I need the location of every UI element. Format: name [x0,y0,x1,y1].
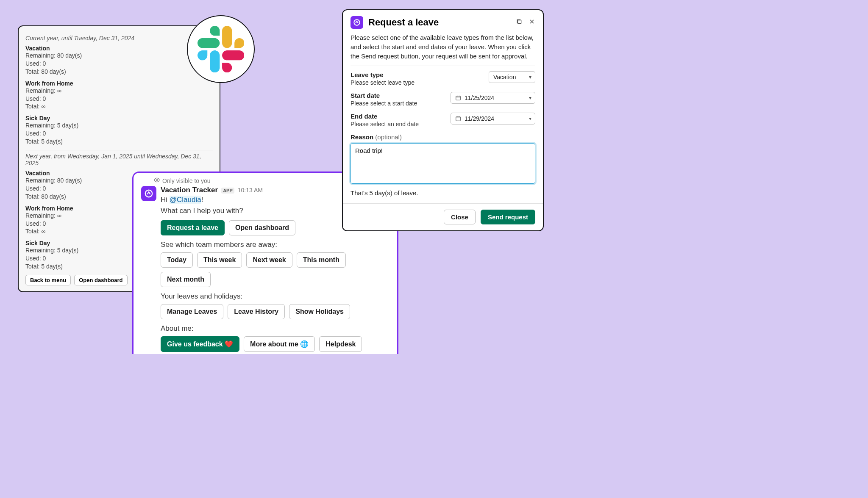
leave-type-name: Work from Home [25,80,213,87]
open-dashboard-button[interactable]: Open dashboard [74,275,127,285]
stat-total: Total: ∞ [25,102,213,111]
leave-type-name: Sick Day [25,115,213,122]
reason-label: Reason [351,133,373,141]
divider [25,150,213,150]
leave-type-hint: Please select leave type [351,79,480,86]
stat-remaining: Remaining: 80 day(s) [25,52,213,60]
next-period-label: Next year, from Wednesday, Jan 1, 2025 u… [25,153,213,166]
bot-name: Vacation Tracker [161,186,218,194]
eye-icon [154,177,160,184]
back-to-menu-button[interactable]: Back to menu [25,275,71,285]
app-badge: APP [221,188,234,194]
slack-logo-icon [187,15,255,83]
stat-total: Total: 80 day(s) [25,68,213,76]
leave-type-block: Work from Home Remaining: ∞ Used: 0 Tota… [25,80,213,111]
reason-textarea[interactable] [351,143,535,184]
calendar-icon [455,95,461,101]
leave-type-block: Vacation Remaining: 80 day(s) Used: 0 To… [25,45,213,76]
start-date-picker[interactable]: 11/25/2024 [451,92,535,104]
end-date-label: End date [351,113,442,120]
days-summary: That's 5 day(s) of leave. [351,189,535,196]
stat-remaining: Remaining: 5 day(s) [25,122,213,130]
stat-used: Used: 0 [25,95,213,103]
end-date-hint: Please select an end date [351,121,442,127]
leave-history-button[interactable]: Leave History [228,304,285,319]
next-month-button[interactable]: Next month [161,272,211,287]
start-date-label: Start date [351,92,442,99]
manage-leaves-button[interactable]: Manage Leaves [161,304,223,319]
request-leave-modal: Request a leave Please select one of the… [342,9,544,231]
next-week-button[interactable]: Next week [246,252,292,268]
modal-intro: Please select one of the available leave… [351,33,535,61]
leave-type-name: Vacation [25,45,213,52]
helpdesk-button[interactable]: Helpdesk [319,336,362,352]
leaves-section-label: Your leaves and holidays: [161,292,389,301]
away-section-label: See which team members are away: [161,241,389,249]
stat-total: Total: 5 day(s) [25,138,213,146]
reason-optional: (optional) [373,133,402,141]
send-request-button[interactable]: Send request [481,210,535,224]
svg-rect-3 [518,20,521,24]
message-time: 10:13 AM [238,187,263,194]
close-icon[interactable] [529,18,535,27]
svg-rect-4 [456,96,461,100]
leave-type-block: Sick Day Remaining: 5 day(s) Used: 0 Tot… [25,115,213,146]
stat-used: Used: 0 [25,130,213,138]
svg-rect-5 [456,117,461,121]
leave-type-select[interactable]: Vacation [489,71,535,83]
bot-avatar-icon [141,186,156,201]
user-mention[interactable]: @Claudia [170,196,201,204]
open-dashboard-button[interactable]: Open dashboard [229,220,295,235]
about-section-label: About me: [161,324,389,333]
modal-title: Request a leave [368,17,511,28]
current-period-label: Current year, until Tuesday, Dec 31, 202… [25,35,213,42]
more-about-button[interactable]: More about me 🌐 [244,336,315,352]
show-holidays-button[interactable]: Show Holidays [289,304,350,319]
feedback-button[interactable]: Give us feedback ❤️ [161,336,239,352]
calendar-icon [455,116,461,122]
app-icon [351,16,363,29]
start-date-hint: Please select a start date [351,100,442,107]
end-date-picker[interactable]: 11/29/2024 [451,113,535,125]
this-week-button[interactable]: This week [197,252,242,268]
today-button[interactable]: Today [161,252,193,268]
popout-icon[interactable] [516,18,523,27]
svg-point-1 [145,190,153,197]
divider [351,66,535,66]
stat-remaining: Remaining: ∞ [25,87,213,95]
stat-used: Used: 0 [25,60,213,68]
visibility-text: Only visible to you [162,177,211,184]
svg-point-0 [156,179,158,181]
svg-point-2 [354,19,360,25]
close-button[interactable]: Close [444,210,476,224]
leave-type-label: Leave type [351,71,480,78]
this-month-button[interactable]: This month [297,252,346,268]
request-leave-button[interactable]: Request a leave [161,220,225,235]
